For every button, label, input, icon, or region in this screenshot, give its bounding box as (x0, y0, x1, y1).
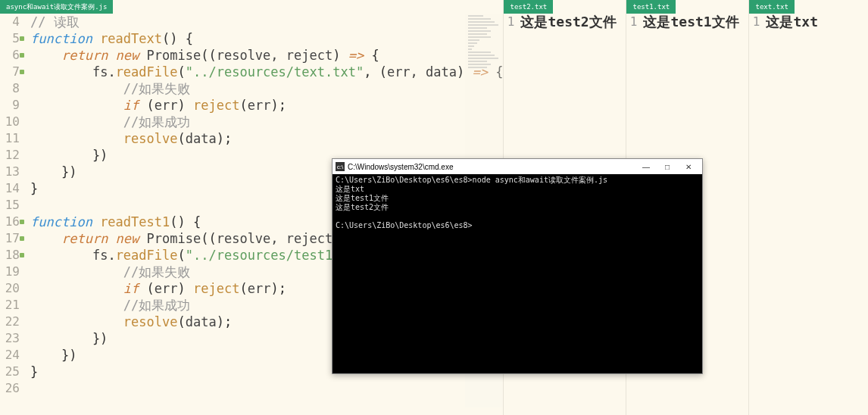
line-number: 12 (0, 147, 20, 164)
editor-pane-text: text.txt 1 这是txt (749, 0, 868, 415)
tab-bar: text.txt (749, 0, 868, 14)
line-number: 5 (0, 30, 20, 47)
line-number: 24 (0, 347, 20, 364)
line-gutter: 4567891011121314151617181920212223242526 (0, 14, 24, 415)
line-number: 14 (0, 180, 20, 197)
code-line[interactable]: resolve(data); (30, 130, 503, 147)
cmd-title: C:\Windows\system32\cmd.exe (348, 163, 635, 171)
code-line[interactable]: if (err) reject(err); (30, 97, 503, 114)
code-line[interactable]: return new Promise((resolve, reject) => … (30, 47, 503, 64)
line-number: 9 (0, 97, 20, 114)
tab-bar: test2.txt (504, 0, 626, 14)
line-number: 10 (0, 114, 20, 130)
line-number: 26 (0, 380, 20, 397)
line-number: 6 (0, 47, 20, 64)
line-number: 8 (0, 80, 20, 97)
line-number: 11 (0, 130, 20, 147)
line-number: 20 (0, 280, 20, 297)
cmd-titlebar[interactable]: c:\ C:\Windows\system32\cmd.exe — □ ✕ (333, 159, 702, 174)
line-number: 23 (0, 330, 20, 347)
line-number: 16 (0, 214, 20, 230)
tab-bar: test1.txt (626, 0, 748, 14)
tab-bar: async和await读取文件案例.js (0, 0, 503, 14)
maximize-button[interactable]: □ (657, 160, 678, 173)
code-line[interactable]: //如果失败 (30, 80, 503, 97)
code-area-text[interactable]: 1 这是txt (749, 14, 868, 415)
line-number: 17 (0, 230, 20, 247)
code-line[interactable]: fs.readFile("../resources/text.txt", (er… (30, 64, 503, 80)
file-content: 这是txt (763, 14, 818, 415)
line-number: 15 (0, 197, 20, 214)
line-number: 18 (0, 247, 20, 264)
line-gutter: 1 (749, 14, 763, 415)
line-number: 22 (0, 314, 20, 330)
cmd-window[interactable]: c:\ C:\Windows\system32\cmd.exe — □ ✕ C:… (332, 158, 703, 374)
line-number: 7 (0, 64, 20, 80)
code-line[interactable] (30, 380, 503, 397)
close-button[interactable]: ✕ (678, 160, 699, 173)
code-line[interactable]: // 读取 (30, 14, 503, 30)
file-tab-text[interactable]: text.txt (749, 0, 794, 14)
minimize-button[interactable]: — (635, 160, 657, 173)
line-number: 13 (0, 164, 20, 180)
line-number: 21 (0, 297, 20, 314)
line-number: 25 (0, 364, 20, 380)
code-line[interactable]: function readText() { (30, 30, 503, 47)
cmd-icon: c:\ (336, 162, 345, 171)
file-tab-test1[interactable]: test1.txt (626, 0, 676, 14)
code-line[interactable]: //如果成功 (30, 114, 503, 130)
line-number: 4 (0, 14, 20, 30)
file-tab-test2[interactable]: test2.txt (504, 0, 553, 14)
line-number: 19 (0, 264, 20, 280)
cmd-output[interactable]: C:\Users\ZiBo\Desktop\es6\es8>node async… (333, 174, 702, 373)
file-tab-main[interactable]: async和await读取文件案例.js (0, 0, 113, 14)
